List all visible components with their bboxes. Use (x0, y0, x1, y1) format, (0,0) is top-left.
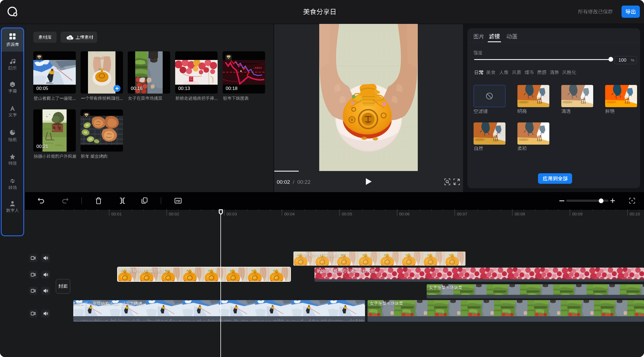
svg-text:-4904: -4904 (253, 66, 262, 70)
